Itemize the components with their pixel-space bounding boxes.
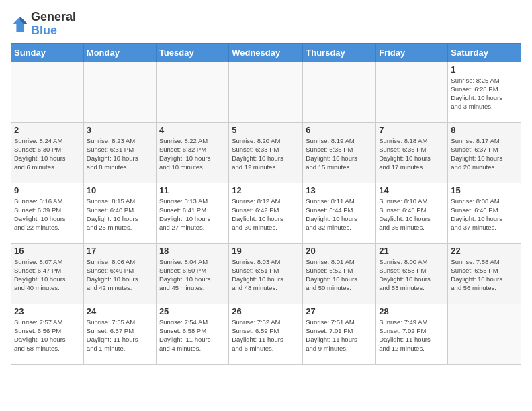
day-number: 20 [306,246,373,256]
weekday-header-sunday: Sunday [11,43,84,62]
day-info: Sunrise: 8:17 AMSunset: 6:37 PMDaylight:… [451,136,518,172]
day-info: Sunrise: 8:00 AMSunset: 6:53 PMDaylight:… [379,257,445,293]
day-number: 14 [379,185,445,195]
calendar-cell: 10Sunrise: 8:15 AMSunset: 6:40 PMDayligh… [83,183,156,243]
calendar-cell [83,62,156,122]
calendar-cell [156,62,228,122]
day-number: 25 [159,306,226,316]
day-number: 23 [14,306,81,316]
calendar-cell: 18Sunrise: 8:04 AMSunset: 6:50 PMDayligh… [156,243,228,304]
day-number: 3 [87,125,153,135]
calendar: SundayMondayTuesdayWednesdayThursdayFrid… [11,43,521,365]
calendar-cell [229,62,303,122]
day-number: 28 [379,306,445,316]
weekday-header-saturday: Saturday [448,43,521,62]
header: General Blue [11,11,521,38]
day-number: 17 [87,246,153,256]
calendar-cell: 27Sunrise: 7:51 AMSunset: 7:01 PMDayligh… [303,304,376,364]
week-row-2: 2Sunrise: 8:24 AMSunset: 6:30 PMDaylight… [11,122,521,183]
week-row-4: 16Sunrise: 8:07 AMSunset: 6:47 PMDayligh… [11,243,521,304]
day-info: Sunrise: 7:49 AMSunset: 7:02 PMDaylight:… [379,318,445,353]
calendar-cell: 28Sunrise: 7:49 AMSunset: 7:02 PMDayligh… [376,304,448,364]
day-info: Sunrise: 7:51 AMSunset: 7:01 PMDaylight:… [306,318,373,353]
calendar-cell: 14Sunrise: 8:10 AMSunset: 6:45 PMDayligh… [376,183,448,243]
day-info: Sunrise: 8:15 AMSunset: 6:40 PMDaylight:… [87,197,153,232]
day-number: 7 [379,125,445,135]
calendar-cell: 24Sunrise: 7:55 AMSunset: 6:57 PMDayligh… [83,304,156,364]
calendar-cell: 17Sunrise: 8:06 AMSunset: 6:49 PMDayligh… [83,243,156,304]
day-number: 1 [451,64,518,75]
day-number: 16 [14,246,81,256]
day-number: 6 [306,125,373,135]
day-info: Sunrise: 8:24 AMSunset: 6:30 PMDaylight:… [14,136,81,172]
day-info: Sunrise: 7:57 AMSunset: 6:56 PMDaylight:… [14,318,81,353]
weekday-header-tuesday: Tuesday [156,43,228,62]
calendar-cell: 2Sunrise: 8:24 AMSunset: 6:30 PMDaylight… [11,122,84,183]
calendar-cell: 16Sunrise: 8:07 AMSunset: 6:47 PMDayligh… [11,243,84,304]
day-number: 22 [451,246,518,256]
calendar-cell [376,62,448,122]
day-info: Sunrise: 8:10 AMSunset: 6:45 PMDaylight:… [379,197,445,232]
day-info: Sunrise: 7:55 AMSunset: 6:57 PMDaylight:… [87,318,153,353]
calendar-cell: 5Sunrise: 8:20 AMSunset: 6:33 PMDaylight… [229,122,303,183]
logo-text: General Blue [31,11,76,38]
day-info: Sunrise: 8:08 AMSunset: 6:46 PMDaylight:… [451,197,518,232]
week-row-5: 23Sunrise: 7:57 AMSunset: 6:56 PMDayligh… [11,304,521,364]
calendar-cell: 12Sunrise: 8:12 AMSunset: 6:42 PMDayligh… [229,183,303,243]
weekday-header-wednesday: Wednesday [229,43,303,62]
day-info: Sunrise: 8:18 AMSunset: 6:36 PMDaylight:… [379,136,445,172]
weekday-header-thursday: Thursday [303,43,376,62]
day-info: Sunrise: 8:04 AMSunset: 6:50 PMDaylight:… [159,257,226,293]
calendar-cell: 20Sunrise: 8:01 AMSunset: 6:52 PMDayligh… [303,243,376,304]
day-info: Sunrise: 8:25 AMSunset: 6:28 PMDaylight:… [451,76,518,111]
day-number: 24 [87,306,153,316]
weekday-header-friday: Friday [376,43,448,62]
day-number: 26 [232,306,300,316]
week-row-3: 9Sunrise: 8:16 AMSunset: 6:39 PMDaylight… [11,183,521,243]
calendar-cell: 19Sunrise: 8:03 AMSunset: 6:51 PMDayligh… [229,243,303,304]
day-number: 15 [451,185,518,195]
day-info: Sunrise: 7:54 AMSunset: 6:58 PMDaylight:… [159,318,226,353]
day-info: Sunrise: 8:01 AMSunset: 6:52 PMDaylight:… [306,257,373,293]
calendar-cell: 3Sunrise: 8:23 AMSunset: 6:31 PMDaylight… [83,122,156,183]
calendar-cell [303,62,376,122]
calendar-cell: 25Sunrise: 7:54 AMSunset: 6:58 PMDayligh… [156,304,228,364]
day-info: Sunrise: 8:16 AMSunset: 6:39 PMDaylight:… [14,197,81,232]
day-info: Sunrise: 8:06 AMSunset: 6:49 PMDaylight:… [87,257,153,293]
day-number: 10 [87,185,153,195]
page: General Blue SundayMondayTuesdayWednesda… [0,0,532,370]
calendar-cell: 8Sunrise: 8:17 AMSunset: 6:37 PMDaylight… [448,122,521,183]
weekday-header-row: SundayMondayTuesdayWednesdayThursdayFrid… [11,43,521,62]
day-number: 12 [232,185,300,195]
calendar-cell: 9Sunrise: 8:16 AMSunset: 6:39 PMDaylight… [11,183,84,243]
day-info: Sunrise: 8:03 AMSunset: 6:51 PMDaylight:… [232,257,300,293]
calendar-cell: 22Sunrise: 7:58 AMSunset: 6:55 PMDayligh… [448,243,521,304]
day-number: 4 [159,125,226,135]
day-info: Sunrise: 8:11 AMSunset: 6:44 PMDaylight:… [306,197,373,232]
day-info: Sunrise: 7:52 AMSunset: 6:59 PMDaylight:… [232,318,300,353]
day-number: 27 [306,306,373,316]
weekday-header-monday: Monday [83,43,156,62]
day-info: Sunrise: 8:12 AMSunset: 6:42 PMDaylight:… [232,197,300,232]
day-number: 21 [379,246,445,256]
calendar-cell: 23Sunrise: 7:57 AMSunset: 6:56 PMDayligh… [11,304,84,364]
day-number: 18 [159,246,226,256]
calendar-cell: 21Sunrise: 8:00 AMSunset: 6:53 PMDayligh… [376,243,448,304]
calendar-cell: 1Sunrise: 8:25 AMSunset: 6:28 PMDaylight… [448,62,521,122]
day-number: 5 [232,125,300,135]
day-info: Sunrise: 8:07 AMSunset: 6:47 PMDaylight:… [14,257,81,293]
day-info: Sunrise: 8:13 AMSunset: 6:41 PMDaylight:… [159,197,226,232]
day-number: 2 [14,125,81,135]
day-info: Sunrise: 7:58 AMSunset: 6:55 PMDaylight:… [451,257,518,293]
day-number: 11 [159,185,226,195]
calendar-cell: 15Sunrise: 8:08 AMSunset: 6:46 PMDayligh… [448,183,521,243]
day-number: 9 [14,185,81,195]
logo-icon [11,15,30,34]
day-number: 13 [306,185,373,195]
calendar-cell: 7Sunrise: 8:18 AMSunset: 6:36 PMDaylight… [376,122,448,183]
calendar-cell: 11Sunrise: 8:13 AMSunset: 6:41 PMDayligh… [156,183,228,243]
calendar-cell: 26Sunrise: 7:52 AMSunset: 6:59 PMDayligh… [229,304,303,364]
day-number: 8 [451,125,518,135]
day-number: 19 [232,246,300,256]
calendar-cell: 6Sunrise: 8:19 AMSunset: 6:35 PMDaylight… [303,122,376,183]
